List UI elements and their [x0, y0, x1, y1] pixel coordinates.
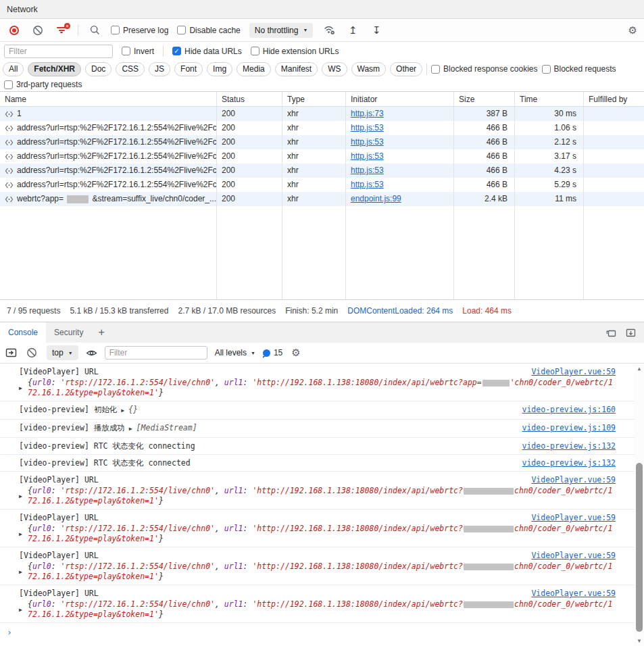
source-link[interactable]: video-preview.js:109 [522, 422, 616, 433]
initiator-link[interactable]: http.js:53 [351, 180, 384, 189]
expand-triangle-icon[interactable]: ▶ [19, 569, 28, 575]
filter-chip-img[interactable]: Img [207, 62, 232, 76]
column-header-name[interactable]: Name [0, 92, 217, 106]
column-header-time[interactable]: Time [515, 92, 584, 106]
initiator-link[interactable]: http.js:53 [351, 137, 384, 147]
console-prompt[interactable]: › [0, 623, 644, 641]
blocked-requests-control[interactable]: Blocked requests [542, 64, 616, 74]
filter-chip-ws[interactable]: WS [322, 62, 347, 76]
initiator-link[interactable]: endpoint.js:99 [351, 194, 401, 203]
console-message[interactable]: [VideoPlayer] URL▶{url0: 'rtsp://172.16.… [0, 510, 635, 547]
network-conditions-button[interactable] [322, 23, 337, 38]
console-message[interactable]: [video-preview] 播放成功▶[MediaStream]video-… [0, 420, 635, 438]
scrollbar-thumb[interactable] [636, 463, 643, 632]
source-link[interactable]: video-preview.js:132 [522, 441, 616, 451]
filter-chip-js[interactable]: JS [149, 62, 170, 76]
console-scrollbar[interactable]: ▲ ▼ [635, 364, 644, 646]
invert-control[interactable]: Invert [122, 47, 154, 56]
record-button[interactable] [7, 23, 22, 38]
third-party-control[interactable]: 3rd-party requests [4, 80, 82, 89]
clear-console-button[interactable] [24, 345, 39, 360]
console-filter-input[interactable] [105, 346, 207, 359]
hide-data-urls-control[interactable]: ✓ Hide data URLs [172, 47, 242, 56]
table-row[interactable]: 1200xhrhttp.js:73387 B30 ms [0, 107, 644, 121]
filter-chip-fetch-xhr[interactable]: Fetch/XHR [28, 62, 81, 76]
column-header-type[interactable]: Type [282, 92, 346, 106]
source-link[interactable]: VideoPlayer.vue:59 [531, 366, 616, 377]
column-header-status[interactable]: Status [217, 92, 282, 106]
source-link[interactable]: VideoPlayer.vue:59 [531, 474, 616, 485]
filter-chip-css[interactable]: CSS [116, 62, 145, 76]
source-link[interactable]: VideoPlayer.vue:59 [531, 588, 616, 599]
expand-drawer-icon[interactable] [626, 328, 636, 337]
expand-triangle-icon[interactable]: ▶ [129, 426, 132, 432]
disable-cache-checkbox[interactable] [177, 26, 186, 34]
expand-triangle-icon[interactable]: ▶ [19, 493, 28, 499]
preserve-log-checkbox[interactable] [111, 26, 120, 34]
console-message[interactable]: [VideoPlayer] URL▶{url0: 'rtsp://172.16.… [0, 364, 635, 401]
expand-triangle-icon[interactable]: ▶ [121, 407, 124, 414]
filter-chip-wasm[interactable]: Wasm [351, 62, 387, 76]
preserve-log-control[interactable]: Preserve log [111, 26, 168, 35]
add-drawer-tab-button[interactable]: + [91, 322, 111, 343]
tab-security[interactable]: Security [46, 322, 91, 343]
table-row[interactable]: address?url=rtsp:%2F%2F172.16.1.2:554%2F… [0, 149, 644, 164]
source-link[interactable]: VideoPlayer.vue:59 [531, 550, 616, 561]
scroll-up-icon[interactable]: ▲ [635, 366, 644, 372]
console-message[interactable]: [video-preview] RTC 状态变化 connectingvideo… [0, 438, 635, 455]
filter-chip-other[interactable]: Other [390, 62, 422, 76]
tab-console[interactable]: Console [0, 322, 46, 343]
scroll-down-icon[interactable]: ▼ [635, 638, 644, 644]
clear-network-button[interactable] [30, 23, 45, 38]
invert-checkbox[interactable] [122, 47, 130, 55]
filter-chip-doc[interactable]: Doc [85, 62, 112, 76]
live-expression-eye-icon[interactable] [86, 349, 97, 357]
disable-cache-control[interactable]: Disable cache [177, 26, 240, 35]
console-message[interactable]: [video-preview] 初始化▶{}video-preview.js:1… [0, 401, 635, 420]
hide-extension-urls-checkbox[interactable] [251, 47, 259, 55]
dock-icon[interactable] [605, 328, 616, 337]
blocked-response-cookies-checkbox[interactable] [431, 65, 440, 74]
filter-chip-font[interactable]: Font [174, 62, 203, 76]
table-row[interactable]: address?url=rtsp:%2F%2F172.16.1.2:554%2F… [0, 121, 644, 135]
expand-triangle-icon[interactable]: ▶ [19, 607, 28, 613]
console-message[interactable]: [VideoPlayer] URL▶{url0: 'rtsp://172.16.… [0, 472, 635, 510]
initiator-link[interactable]: http.js:73 [351, 109, 384, 118]
initiator-link[interactable]: http.js:53 [351, 151, 384, 161]
source-link[interactable]: VideoPlayer.vue:59 [531, 512, 616, 523]
expand-triangle-icon[interactable]: ▶ [19, 385, 28, 391]
expand-triangle-icon[interactable]: ▶ [19, 531, 28, 537]
console-message[interactable]: [VideoPlayer] URL▶{url0: 'rtsp://172.16.… [0, 547, 635, 585]
initiator-link[interactable]: http.js:53 [351, 166, 384, 175]
third-party-checkbox[interactable] [4, 80, 13, 89]
source-link[interactable]: video-preview.js:160 [522, 404, 616, 415]
context-selector[interactable]: top ▼ [47, 345, 78, 360]
hide-extension-urls-control[interactable]: Hide extension URLs [251, 47, 339, 56]
export-har-button[interactable]: ↧ [369, 23, 384, 38]
filter-chip-manifest[interactable]: Manifest [275, 62, 318, 76]
filter-chip-all[interactable]: All [3, 62, 24, 76]
table-row[interactable]: address?url=rtsp:%2F%2F172.16.1.2:554%2F… [0, 178, 644, 192]
column-header-initiator[interactable]: Initiator [346, 92, 454, 106]
message-count[interactable]: 15 [263, 348, 282, 357]
hide-data-urls-checkbox[interactable]: ✓ [172, 47, 181, 55]
initiator-link[interactable]: http.js:53 [351, 123, 384, 132]
source-link[interactable]: video-preview.js:132 [522, 457, 616, 468]
blocked-response-cookies-control[interactable]: Blocked response cookies [431, 64, 537, 74]
import-har-button[interactable]: ↥ [345, 23, 360, 38]
network-settings-gear-icon[interactable]: ⚙ [628, 24, 637, 36]
column-header-fulfilled-by[interactable]: Fulfilled by [584, 92, 644, 106]
table-row[interactable]: address?url=rtsp:%2F%2F172.16.1.2:554%2F… [0, 135, 644, 149]
inspect-frame-icon[interactable] [5, 348, 17, 357]
console-settings-gear-icon[interactable]: ⚙ [291, 347, 300, 359]
search-button[interactable] [87, 23, 102, 38]
network-filter-input[interactable] [4, 45, 113, 58]
console-message[interactable]: [video-preview] RTC 状态变化 connectedvideo-… [0, 455, 635, 472]
log-levels-dropdown[interactable]: All levels ▼ [215, 348, 255, 357]
filter-toggle-button[interactable]: × [54, 23, 69, 38]
table-row[interactable]: address?url=rtsp:%2F%2F172.16.1.2:554%2F… [0, 164, 644, 178]
console-message[interactable]: [VideoPlayer] URL▶{url0: 'rtsp://172.16.… [0, 585, 635, 623]
column-header-size[interactable]: Size [454, 92, 515, 106]
blocked-requests-checkbox[interactable] [542, 65, 551, 74]
table-row[interactable]: webrtc?app=&stream=suffix_live/chn0/code… [0, 192, 644, 206]
